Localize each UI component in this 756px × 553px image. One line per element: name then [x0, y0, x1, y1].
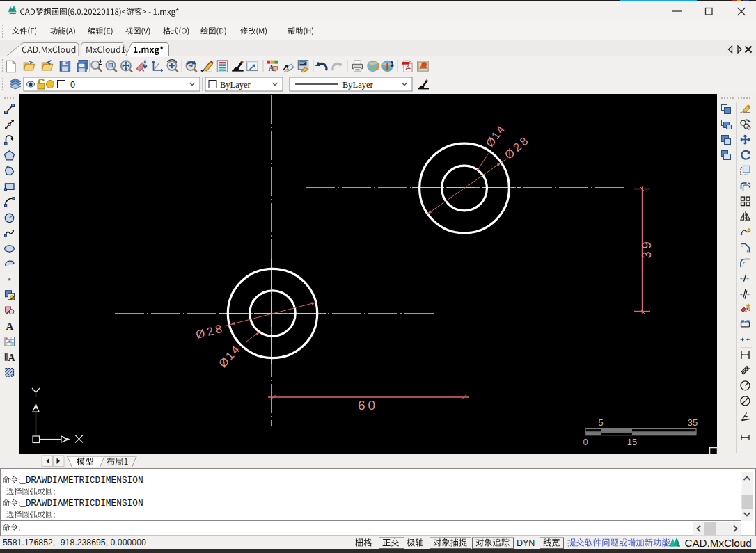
svg-text:0: 0 [70, 80, 75, 90]
svg-text:15: 15 [627, 437, 637, 447]
svg-text:0: 0 [583, 437, 588, 447]
svg-text:5: 5 [598, 417, 603, 428]
svg-text:_DRAWDIAMETRICDIMENSION: _DRAWDIAMETRICDIMENSION [19, 498, 143, 508]
svg-text:ByLayer: ByLayer [220, 80, 251, 90]
svg-text:5581.176852, -918.238695, 0.0: 5581.176852, -918.238695, 0.000000 [3, 538, 146, 547]
svg-text:ByLayer: ByLayer [342, 80, 374, 90]
svg-text:DYN: DYN [517, 538, 535, 548]
svg-text:A: A [8, 353, 16, 363]
svg-text:CAD.MxCloud: CAD.MxCloud [685, 537, 752, 549]
svg-text:35: 35 [688, 417, 698, 428]
svg-text:A: A [6, 321, 14, 332]
svg-text:_DRAWDIAMETRICDIMENSION: _DRAWDIAMETRICDIMENSION [19, 475, 143, 486]
